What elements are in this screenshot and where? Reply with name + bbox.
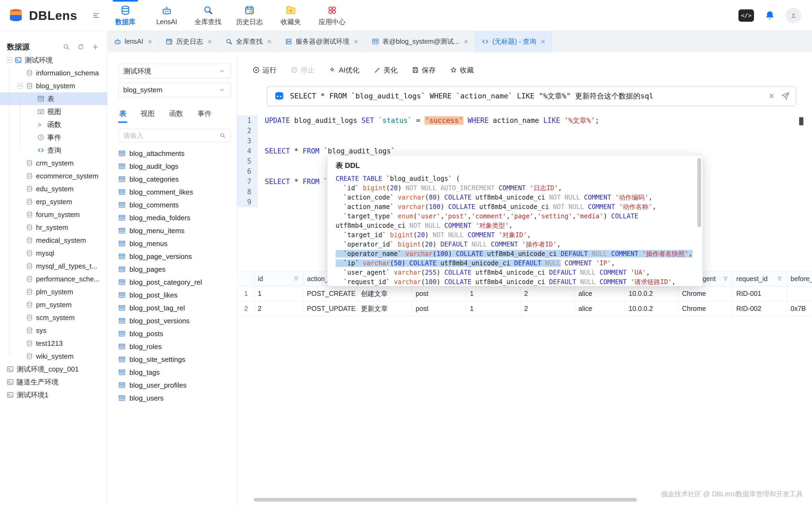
user-avatar[interactable] — [786, 8, 801, 23]
clear-icon[interactable]: × — [769, 91, 774, 101]
table-list-item[interactable]: blog_media_folders — [118, 211, 230, 224]
tree-item-9[interactable]: ecommerce_system — [0, 170, 107, 182]
workspace-tab-0[interactable]: lensAI× — [107, 31, 159, 52]
cell[interactable]: 2 — [520, 301, 575, 316]
notifications-bell-icon[interactable] — [764, 10, 775, 21]
column-header-request_id[interactable]: request_id — [732, 272, 787, 286]
sql-line-1[interactable]: UPDATE blog_audit_logs SET `status` = 's… — [265, 115, 599, 125]
tree-item-22[interactable]: test1213 — [0, 337, 107, 350]
table-search-input[interactable] — [123, 131, 217, 140]
close-icon[interactable]: × — [541, 38, 545, 46]
refresh-icon[interactable] — [77, 43, 85, 51]
table-list-item[interactable]: blog_comments — [118, 199, 230, 211]
column-header-id[interactable]: id — [254, 272, 303, 286]
editor-scroll-marker[interactable] — [799, 117, 803, 125]
cell[interactable] — [787, 286, 812, 301]
tree-item-23[interactable]: wiki_system — [0, 350, 107, 363]
explorer-tab-1[interactable]: 视图 — [141, 109, 155, 123]
table-list-item[interactable]: blog_tags — [118, 366, 230, 379]
table-row[interactable]: 11POST_CREATE创建文章post12alice10.0.0.2Chro… — [239, 286, 812, 301]
table-list-item[interactable]: blog_user_profiles — [118, 379, 230, 392]
tree-item-25[interactable]: 隧道生产环境 — [0, 376, 107, 388]
collapse-expander-icon[interactable]: − — [18, 83, 23, 89]
cell[interactable]: Chrome — [678, 286, 732, 301]
ai-prompt-text[interactable]: SELECT * FROM `blog_audit_logs` WHERE `a… — [290, 91, 764, 101]
table-list-item[interactable]: blog_menu_items — [118, 224, 230, 237]
cell[interactable]: POST_CREATE — [303, 286, 357, 301]
cell[interactable]: alice — [575, 301, 625, 316]
tool-save[interactable]: 保存 — [412, 65, 436, 75]
cell[interactable]: 10.0.0.2 — [625, 286, 678, 301]
tree-item-4[interactable]: 视图 — [0, 105, 107, 118]
cell[interactable]: 1 — [254, 286, 303, 301]
explorer-tab-3[interactable]: 事件 — [198, 109, 212, 123]
tree-item-21[interactable]: sys — [0, 324, 107, 337]
cell[interactable]: 1 — [466, 286, 520, 301]
table-list-item[interactable]: blog_roles — [118, 340, 230, 353]
topnav-item-database[interactable]: 数据库 — [105, 0, 146, 31]
plus-icon[interactable] — [92, 43, 99, 51]
table-row[interactable]: 22POST_UPDATE更新文章post12alice10.0.0.2Chro… — [239, 301, 812, 316]
tree-item-2[interactable]: −blog_system — [0, 79, 107, 92]
tree-item-5[interactable]: fx函数 — [0, 118, 107, 131]
send-icon[interactable] — [781, 92, 790, 101]
tree-item-6[interactable]: 事件 — [0, 131, 107, 144]
workspace-tab-2[interactable]: 全库查找× — [219, 31, 279, 52]
tool-ai[interactable]: AI优化 — [329, 65, 360, 75]
close-icon[interactable]: × — [267, 38, 272, 46]
database-select[interactable]: blog_system — [118, 82, 231, 97]
cell[interactable]: 10.0.0.2 — [625, 301, 678, 316]
column-header-before_data[interactable]: before_data — [787, 272, 812, 286]
tree-item-19[interactable]: pm_system — [0, 298, 107, 311]
table-list-item[interactable]: blog_posts — [118, 327, 230, 340]
tree-item-3[interactable]: 表 — [0, 92, 107, 105]
topnav-item-search-db[interactable]: 全库查找 — [188, 0, 229, 31]
topnav-item-fav-folder[interactable]: 收藏夹 — [270, 0, 311, 31]
sql-line-4[interactable]: SELECT * FROM `blog_audit_logs` — [265, 146, 599, 156]
table-list-item[interactable]: blog_audit_logs — [118, 160, 230, 173]
table-list-item[interactable]: blog_pages — [118, 263, 230, 276]
tool-star[interactable]: 收藏 — [450, 65, 474, 75]
table-list-item[interactable]: blog_attachments — [118, 147, 230, 160]
explorer-tab-0[interactable]: 表 — [119, 109, 126, 123]
cell[interactable]: 创建文章 — [357, 286, 412, 301]
cell[interactable]: alice — [575, 286, 625, 301]
code-chip-icon[interactable]: </> — [739, 9, 754, 22]
search-icon[interactable] — [62, 43, 70, 51]
tree-item-15[interactable]: mysql — [0, 247, 107, 260]
tree-item-16[interactable]: mysql_all_types_t... — [0, 260, 107, 273]
cell[interactable]: 0x7B — [787, 301, 812, 316]
tree-item-12[interactable]: forum_system — [0, 208, 107, 221]
tree-item-20[interactable]: scm_system — [0, 311, 107, 324]
tree-item-11[interactable]: erp_system — [0, 195, 107, 208]
explorer-tab-2[interactable]: 函数 — [169, 109, 183, 123]
close-icon[interactable]: × — [207, 38, 212, 46]
cell[interactable]: Chrome — [678, 301, 732, 316]
sql-line-2[interactable] — [265, 125, 599, 136]
tree-item-1[interactable]: information_schema — [0, 66, 107, 79]
table-list-item[interactable]: blog_site_settings — [118, 353, 230, 366]
table-list-item[interactable]: blog_categories — [118, 173, 230, 186]
tool-stop[interactable]: 停止 — [291, 65, 315, 75]
tree-item-13[interactable]: hr_system — [0, 221, 107, 234]
close-icon[interactable]: × — [147, 38, 152, 46]
cell[interactable]: post — [412, 301, 466, 316]
connection-select[interactable]: 测试环境 — [118, 64, 231, 78]
table-list-item[interactable]: blog_menus — [118, 237, 230, 250]
topnav-item-apps[interactable]: 应用中心 — [311, 0, 353, 31]
close-icon[interactable]: × — [464, 38, 468, 46]
tree-item-0[interactable]: −测试环境 — [0, 54, 107, 66]
tree-item-18[interactable]: plm_system — [0, 285, 107, 298]
tree-item-10[interactable]: edu_system — [0, 182, 107, 195]
horizontal-scrollbar-thumb[interactable] — [254, 498, 637, 502]
tool-play[interactable]: 运行 — [252, 65, 276, 75]
table-list-item[interactable]: blog_users — [118, 392, 230, 404]
collapse-expander-icon[interactable]: − — [6, 57, 12, 63]
topnav-item-robot[interactable]: LensAI — [146, 0, 188, 31]
table-search[interactable] — [118, 129, 231, 142]
table-list-item[interactable]: blog_post_category_rel — [118, 276, 230, 289]
sidebar-toggle-icon[interactable] — [92, 12, 100, 19]
close-icon[interactable]: × — [354, 38, 358, 46]
workspace-tab-3[interactable]: 服务器@测试环境× — [278, 31, 365, 52]
topnav-item-history[interactable]: 历史日志 — [229, 0, 270, 31]
